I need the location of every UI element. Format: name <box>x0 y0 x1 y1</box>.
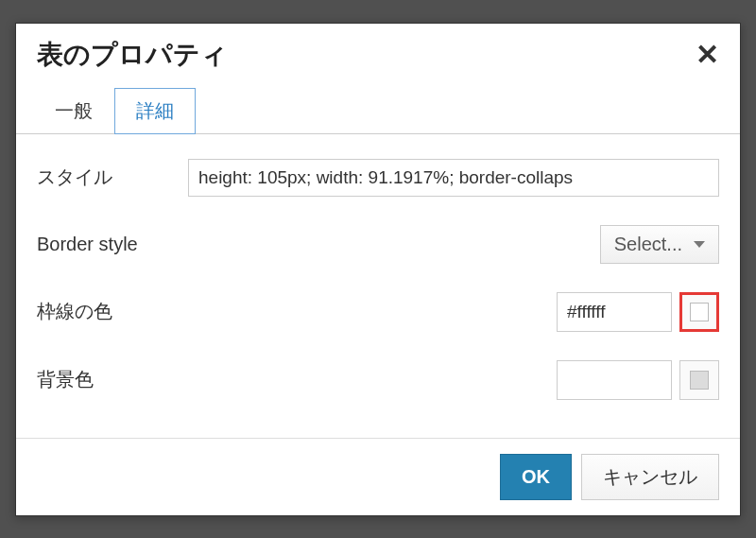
control-background-color <box>188 360 719 400</box>
row-border-style: Border style Select... <box>37 225 719 264</box>
label-style: スタイル <box>37 165 188 190</box>
label-background-color: 背景色 <box>37 367 188 392</box>
border-style-select-value: Select... <box>614 234 682 255</box>
row-border-color: 枠線の色 <box>37 292 719 332</box>
table-properties-dialog: 表のプロパティ ✕ 一般 詳細 スタイル Border style Select… <box>15 23 741 516</box>
background-color-picker-button[interactable] <box>679 360 719 400</box>
tab-general[interactable]: 一般 <box>33 88 114 134</box>
dialog-header: 表のプロパティ ✕ <box>16 24 740 82</box>
border-style-select[interactable]: Select... <box>600 225 719 264</box>
dialog-title: 表のプロパティ <box>37 37 228 73</box>
close-icon: ✕ <box>696 39 719 70</box>
tab-bar: 一般 詳細 <box>16 88 740 134</box>
color-swatch-icon <box>690 303 709 321</box>
control-style <box>188 159 719 197</box>
label-border-style: Border style <box>37 234 188 255</box>
dialog-body: スタイル Border style Select... 枠線の色 <box>16 134 740 438</box>
label-border-color: 枠線の色 <box>37 299 188 324</box>
chevron-down-icon <box>694 241 705 248</box>
control-border-color <box>188 292 719 332</box>
border-color-picker-button[interactable] <box>679 292 719 332</box>
ok-button[interactable]: OK <box>500 454 572 500</box>
close-button[interactable]: ✕ <box>696 41 719 69</box>
background-color-input[interactable] <box>557 360 672 400</box>
color-swatch-icon <box>690 371 709 390</box>
row-style: スタイル <box>37 159 719 197</box>
dialog-footer: OK キャンセル <box>16 438 740 515</box>
tab-advanced[interactable]: 詳細 <box>114 88 196 134</box>
row-background-color: 背景色 <box>37 360 719 400</box>
style-input[interactable] <box>188 159 719 197</box>
control-border-style: Select... <box>188 225 719 264</box>
border-color-input[interactable] <box>557 292 672 332</box>
cancel-button[interactable]: キャンセル <box>581 454 719 500</box>
